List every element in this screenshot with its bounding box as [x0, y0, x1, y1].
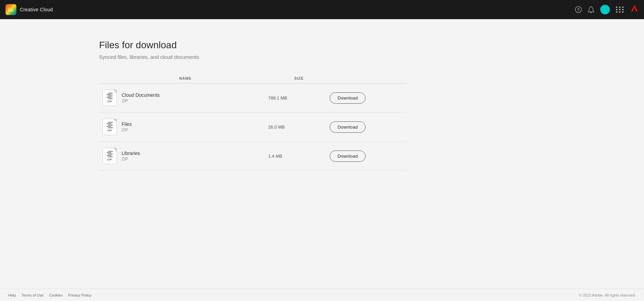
- download-button[interactable]: Download: [330, 92, 366, 104]
- file-details: Libraries ZIP: [122, 150, 140, 161]
- page-footer: HelpTerms of UseCookiesPrivacy Policy © …: [0, 289, 644, 301]
- zip-icon: ZIP: [102, 148, 117, 164]
- table-row: ZIP Cloud Documents ZIP 788.1 MB Downloa…: [99, 83, 407, 113]
- file-info: ZIP Libraries ZIP: [99, 148, 268, 164]
- app-header: Cc Creative Cloud ?: [0, 0, 644, 19]
- help-icon[interactable]: ?: [575, 6, 582, 13]
- table-row: ZIP Files ZIP 26.0 MB Download: [99, 113, 407, 142]
- zip-type-label: ZIP: [107, 100, 112, 103]
- file-type: ZIP: [122, 99, 160, 103]
- page-subtitle: Synced files, libraries, and cloud docum…: [99, 54, 410, 60]
- page-title: Files for download: [99, 40, 410, 51]
- file-name: Cloud Documents: [122, 92, 160, 98]
- file-type: ZIP: [122, 157, 140, 161]
- col-header-name: NAME: [99, 74, 268, 83]
- table-row: ZIP Libraries ZIP 1.4 MB Download: [99, 142, 407, 171]
- zip-type-label: ZIP: [107, 129, 112, 132]
- footer-link[interactable]: Cookies: [49, 293, 63, 297]
- footer-link[interactable]: Privacy Policy: [68, 293, 91, 297]
- file-size: 788.1 MB: [268, 95, 287, 101]
- zip-zigzag-icon: [107, 122, 113, 128]
- file-table: NAME SIZE ZIP: [99, 74, 407, 171]
- notification-icon[interactable]: [588, 6, 594, 13]
- file-type: ZIP: [122, 128, 132, 132]
- footer-links: HelpTerms of UseCookiesPrivacy Policy: [8, 293, 92, 297]
- header-left: Cc Creative Cloud: [5, 4, 53, 15]
- file-details: Files ZIP: [122, 121, 132, 132]
- file-details: Cloud Documents ZIP: [122, 92, 160, 103]
- file-name: Files: [122, 121, 132, 127]
- cc-logo-icon: Cc: [5, 4, 16, 15]
- file-size: 1.4 MB: [268, 154, 282, 159]
- user-avatar[interactable]: [600, 5, 610, 14]
- zip-zigzag-icon: [107, 93, 113, 99]
- adobe-logo-icon[interactable]: [630, 4, 639, 15]
- zip-type-label: ZIP: [107, 158, 112, 161]
- apps-icon[interactable]: [616, 6, 624, 13]
- zip-zigzag-icon: [107, 151, 113, 157]
- footer-link[interactable]: Help: [8, 293, 16, 297]
- download-button[interactable]: Download: [330, 150, 366, 162]
- zip-icon: ZIP: [102, 90, 117, 106]
- file-name: Libraries: [122, 150, 140, 156]
- table-header-row: NAME SIZE: [99, 74, 407, 83]
- svg-text:?: ?: [577, 8, 579, 12]
- app-title: Creative Cloud: [20, 7, 53, 12]
- header-right: ?: [575, 4, 639, 15]
- download-button[interactable]: Download: [330, 121, 366, 133]
- col-header-size: SIZE: [268, 74, 330, 83]
- file-size: 26.0 MB: [268, 125, 285, 130]
- zip-icon: ZIP: [102, 119, 117, 135]
- file-info: ZIP Files ZIP: [99, 119, 268, 135]
- footer-copyright: © 2023 Adobe. All rights reserved.: [579, 293, 636, 297]
- file-table-body: ZIP Cloud Documents ZIP 788.1 MB Downloa…: [99, 83, 407, 171]
- svg-text:Cc: Cc: [8, 8, 14, 13]
- footer-link[interactable]: Terms of Use: [22, 293, 44, 297]
- col-header-action: [330, 74, 407, 83]
- file-info: ZIP Cloud Documents ZIP: [99, 90, 268, 106]
- main-content: Files for download Synced files, librari…: [0, 19, 410, 191]
